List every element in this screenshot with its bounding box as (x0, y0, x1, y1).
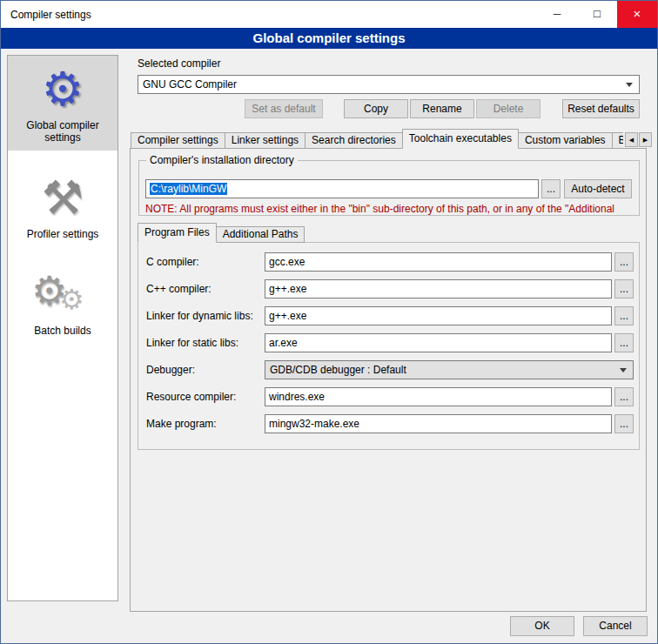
sidebar-item-batch-builds[interactable]: ⚙ ⚙ Batch builds (8, 261, 118, 344)
settings-tab-bar: Compiler settings Linker settings Search… (131, 129, 623, 149)
settings-sidebar: ⚙ Global compiler settings ⚒ Profiler se… (7, 55, 118, 601)
arrow-left-icon: ◀ (629, 137, 634, 143)
window-title: Compiler settings (10, 9, 91, 21)
tab-custom-variables[interactable]: Custom variables (518, 132, 613, 149)
linker-dynamic-input[interactable]: g++.exe (265, 306, 612, 325)
copy-button[interactable]: Copy (344, 99, 408, 118)
linker-dynamic-browse-button[interactable]: ... (614, 306, 634, 325)
make-program-browse-button[interactable]: ... (614, 414, 634, 433)
sidebar-item-global-compiler-settings[interactable]: ⚙ Global compiler settings (8, 56, 118, 151)
make-program-label: Make program: (146, 414, 217, 433)
linker-static-input[interactable]: ar.exe (265, 333, 612, 352)
debugger-select[interactable]: GDB/CDB debugger : Default (265, 360, 634, 379)
set-as-default-button[interactable]: Set as default (245, 99, 323, 118)
reset-defaults-button[interactable]: Reset defaults (562, 99, 640, 118)
tab-search-directories[interactable]: Search directories (305, 132, 403, 149)
selected-compiler-value: GNU GCC Compiler (143, 78, 237, 91)
compiler-gear-icon: ⚙ (10, 61, 115, 117)
resource-compiler-input[interactable]: windres.exe (265, 387, 612, 406)
chevron-down-icon (620, 368, 627, 372)
tab-linker-settings[interactable]: Linker settings (225, 132, 306, 149)
tab-program-files[interactable]: Program Files (138, 223, 217, 243)
resource-compiler-browse-button[interactable]: ... (614, 387, 634, 406)
c-compiler-label: C compiler: (146, 252, 199, 272)
c-compiler-browse-button[interactable]: ... (614, 252, 634, 272)
make-program-input[interactable]: mingw32-make.exe (265, 414, 612, 433)
delete-button[interactable]: Delete (476, 99, 540, 118)
linker-dynamic-label: Linker for dynamic libs: (146, 306, 253, 325)
page-title: Global compiler settings (1, 28, 657, 49)
compiler-settings-window: Compiler settings ─ □ × Global compiler … (0, 0, 658, 644)
linker-static-label: Linker for static libs: (146, 333, 238, 352)
cpp-compiler-label: C++ compiler: (146, 279, 212, 299)
ok-button[interactable]: OK (510, 616, 574, 636)
close-button[interactable]: × (617, 1, 657, 28)
program-files-tab-bar: Program Files Additional Paths (138, 224, 304, 243)
tab-build-options[interactable]: Buil (612, 132, 623, 149)
linker-static-browse-button[interactable]: ... (614, 333, 634, 352)
sidebar-item-label: Global compiler settings (10, 119, 115, 144)
profiler-tool-icon: ⚒ (10, 170, 115, 225)
cpp-compiler-input[interactable]: g++.exe (265, 279, 612, 299)
tab-toolchain-executables[interactable]: Toolchain executables (402, 129, 519, 149)
selected-compiler-select[interactable]: GNU GCC Compiler (138, 75, 640, 94)
rename-button[interactable]: Rename (410, 99, 474, 118)
debugger-value: GDB/CDB debugger : Default (270, 364, 406, 376)
cancel-button[interactable]: Cancel (583, 616, 648, 636)
minimize-icon: ─ (554, 8, 561, 20)
maximize-icon: □ (594, 7, 601, 20)
resource-compiler-label: Resource compiler: (146, 387, 236, 406)
selected-compiler-label: Selected compiler (138, 57, 220, 70)
installation-directory-value: C:\raylib\MinGW (150, 183, 227, 195)
tab-scroll-left-button[interactable]: ◀ (625, 132, 638, 147)
bin-subdirectory-note: NOTE: All programs must exist either in … (145, 203, 640, 215)
title-bar: Compiler settings ─ □ × (1, 1, 657, 28)
installation-directory-input[interactable]: C:\raylib\MinGW (145, 179, 539, 198)
debugger-label: Debugger: (146, 360, 195, 379)
tab-additional-paths[interactable]: Additional Paths (216, 226, 306, 243)
auto-detect-button[interactable]: Auto-detect (564, 179, 632, 198)
installation-directory-browse-button[interactable]: ... (541, 179, 561, 198)
sidebar-item-label: Profiler settings (10, 228, 115, 240)
maximize-button[interactable]: □ (577, 1, 617, 28)
c-compiler-input[interactable]: gcc.exe (265, 252, 612, 272)
close-icon: × (634, 6, 641, 21)
minimize-button[interactable]: ─ (537, 1, 577, 28)
sidebar-item-profiler-settings[interactable]: ⚒ Profiler settings (8, 164, 118, 247)
tab-compiler-settings[interactable]: Compiler settings (131, 132, 225, 149)
installation-directory-group-title: Compiler's installation directory (146, 154, 298, 166)
chevron-down-icon (626, 83, 633, 87)
tab-scroll-right-button[interactable]: ▶ (639, 132, 652, 147)
cpp-compiler-browse-button[interactable]: ... (614, 279, 634, 299)
arrow-right-icon: ▶ (643, 137, 648, 143)
